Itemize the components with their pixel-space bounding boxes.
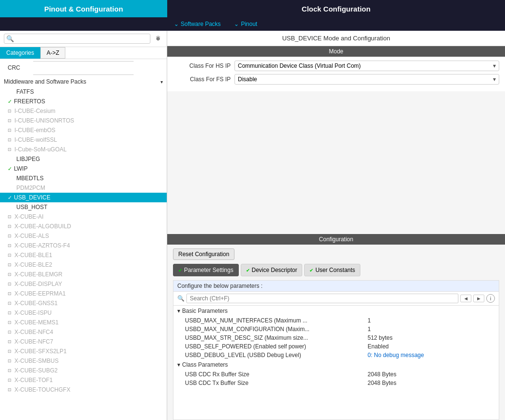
- ext-icon: ⊡: [8, 147, 12, 152]
- item-label: I-CUBE-Cesium: [14, 108, 55, 114]
- sidebar-item-usb-host[interactable]: USB_HOST: [0, 202, 167, 212]
- ext-icon: ⊡: [8, 291, 12, 296]
- sidebar: 🔍 Categories A->Z CRC Middlewar: [0, 31, 167, 420]
- ext-icon: ⊡: [8, 272, 12, 277]
- sidebar-item-usb-device[interactable]: ✓ USB_DEVICE: [0, 193, 167, 202]
- class-fs-ip-select[interactable]: Disable ▾: [234, 74, 499, 85]
- user-constants-label: User Constants: [315, 267, 355, 273]
- ext-icon: ⊡: [8, 224, 12, 229]
- middleware-collapse-icon: ▾: [160, 79, 163, 85]
- sidebar-item-x-cube-ispu[interactable]: ⊡ X-CUBE-ISPU: [0, 308, 167, 318]
- sidebar-item-i-cube-wolfssl[interactable]: ⊡ I-CUBE-wolfSSL: [0, 135, 167, 145]
- config-actions: Reset Configuration: [167, 245, 505, 264]
- sidebar-item-x-cube-ai[interactable]: ⊡ X-CUBE-AI: [0, 212, 167, 222]
- item-label: X-CUBE-BLEMGR: [14, 271, 62, 278]
- content-title: USB_DEVICE Mode and Configuration: [167, 31, 505, 46]
- tab-az[interactable]: A->Z: [40, 47, 65, 59]
- search-input[interactable]: [16, 36, 148, 42]
- reset-config-button[interactable]: Reset Configuration: [173, 248, 234, 260]
- ext-icon: ⊡: [8, 118, 12, 123]
- sidebar-item-i-cube-unisonrtos[interactable]: ⊡ I-CUBE-UNISONRTOS: [0, 116, 167, 125]
- class-params-arrow: ▾: [177, 361, 180, 368]
- sidebar-item-x-cube-azrtos-f4[interactable]: ⊡ X-CUBE-AZRTOS-F4: [0, 241, 167, 250]
- next-param-btn[interactable]: ►: [473, 295, 484, 302]
- mode-section-header: Mode: [167, 46, 505, 57]
- item-label: X-CUBE-NFC4: [14, 329, 53, 335]
- sidebar-item-i-cube-cesium[interactable]: ⊡ I-CUBE-Cesium: [0, 106, 167, 116]
- param-value: 1: [368, 317, 371, 324]
- ext-icon: ⊡: [8, 282, 12, 286]
- sidebar-item-i-cube-embos[interactable]: ⊡ I-CUBE-embOS: [0, 125, 167, 135]
- gear-button[interactable]: [153, 34, 163, 44]
- sidebar-item-x-cube-als[interactable]: ⊡ X-CUBE-ALS: [0, 231, 167, 241]
- param-settings-label: Parameter Settings: [184, 267, 234, 273]
- class-hs-ip-select[interactable]: Communication Device Class (Virtual Port…: [234, 61, 499, 71]
- config-section-header: Configuration: [167, 234, 505, 245]
- ext-icon: ⊡: [8, 214, 12, 219]
- class-params-group[interactable]: ▾ Class Parameters: [173, 359, 499, 370]
- item-label: I-CUBE-UNISONRTOS: [14, 117, 74, 124]
- sidebar-item-libjpeg[interactable]: LIBJPEG: [0, 154, 167, 164]
- sidebar-item-freertos[interactable]: ✓ FREERTOS: [0, 97, 167, 106]
- sub-header-right: ⌄ Software Packs ⌄ Pinout: [167, 17, 505, 31]
- item-label: X-CUBE-EEPRMA1: [14, 290, 66, 297]
- middleware-group-header[interactable]: Middleware and Software Packs ▾: [0, 76, 167, 87]
- ext-icon: ⊡: [8, 358, 12, 363]
- item-label: X-CUBE-SUBG2: [14, 367, 58, 374]
- sidebar-item-mbedtls[interactable]: MBEDTLS: [0, 173, 167, 183]
- crc-label: CRC: [8, 64, 20, 71]
- sidebar-item-i-cube-som-ugoal[interactable]: ⊡ I-Cube-SoM-uGOAL: [0, 145, 167, 154]
- sub-header: ⌄ Software Packs ⌄ Pinout: [0, 17, 505, 31]
- info-btn[interactable]: i: [486, 294, 495, 303]
- search-box: 🔍: [4, 34, 150, 44]
- ext-icon: ⊡: [8, 109, 12, 113]
- sidebar-item-lwip[interactable]: ✓ LWIP: [0, 164, 167, 173]
- basic-params-group[interactable]: ▾ Basic Parameters: [173, 306, 499, 316]
- sidebar-item-crc[interactable]: CRC: [0, 63, 167, 73]
- software-packs-btn[interactable]: ⌄ Software Packs: [167, 17, 227, 31]
- class-param-row-0: USB CDC Rx Buffer Size2048 Bytes: [173, 370, 499, 379]
- ext-icon: ⊡: [8, 378, 12, 383]
- ext-icon: ⊡: [8, 387, 12, 392]
- sidebar-item-x-cube-display[interactable]: ⊡ X-CUBE-DISPLAY: [0, 279, 167, 289]
- tab-device-descriptor[interactable]: ✔ Device Descriptor: [241, 264, 303, 276]
- sidebar-scroll[interactable]: CRC Middleware and Software Packs ▾ FATF…: [0, 59, 167, 420]
- tab-categories[interactable]: Categories: [0, 47, 40, 59]
- sidebar-item-x-cube-subg2[interactable]: ⊡ X-CUBE-SUBG2: [0, 366, 167, 375]
- sidebar-item-fatfs[interactable]: FATFS: [0, 87, 167, 97]
- sidebar-item-x-cube-ble2[interactable]: ⊡ X-CUBE-BLE2: [0, 260, 167, 270]
- sidebar-item-x-cube-tof1[interactable]: ⊡ X-CUBE-TOF1: [0, 375, 167, 385]
- sidebar-item-x-cube-smbus[interactable]: ⊡ X-CUBE-SMBUS: [0, 356, 167, 366]
- prev-param-btn[interactable]: ◄: [460, 295, 471, 302]
- sidebar-item-pdm2pcm[interactable]: PDM2PCM: [0, 183, 167, 193]
- sidebar-item-x-cube-nfc7[interactable]: ⊡ X-CUBE-NFC7: [0, 337, 167, 346]
- item-label: X-CUBE-GNSS1: [14, 300, 58, 307]
- clock-header: Clock Configuration: [167, 0, 505, 17]
- item-label: X-CUBE-ALGOBUILD: [14, 223, 71, 230]
- sidebar-item-x-cube-algobuild[interactable]: ⊡ X-CUBE-ALGOBUILD: [0, 222, 167, 231]
- item-label: X-CUBE-DISPLAY: [14, 281, 62, 287]
- config-tab-bar: ✔ Parameter Settings ✔ Device Descriptor…: [167, 264, 505, 280]
- params-search-input[interactable]: [186, 294, 458, 303]
- sidebar-item-x-cube-gnss1[interactable]: ⊡ X-CUBE-GNSS1: [0, 298, 167, 308]
- clock-header-label: Clock Configuration: [302, 5, 370, 13]
- param-settings-check-icon: ✔: [178, 268, 182, 273]
- ext-icon: ⊡: [8, 301, 12, 306]
- sidebar-item-x-cube-ble1[interactable]: ⊡ X-CUBE-BLE1: [0, 250, 167, 260]
- item-label: MBEDTLS: [16, 175, 44, 182]
- sidebar-item-x-cube-mems1[interactable]: ⊡ X-CUBE-MEMS1: [0, 318, 167, 327]
- sidebar-item-x-cube-nfc4[interactable]: ⊡ X-CUBE-NFC4: [0, 327, 167, 337]
- basic-params-label: Basic Parameters: [182, 308, 228, 314]
- sidebar-item-x-cube-sfxs2lp1[interactable]: ⊡ X-CUBE-SFXS2LP1: [0, 346, 167, 356]
- tab-parameter-settings[interactable]: ✔ Parameter Settings: [173, 264, 239, 276]
- sidebar-item-x-cube-blemgr[interactable]: ⊡ X-CUBE-BLEMGR: [0, 270, 167, 279]
- sidebar-item-x-cube-eeprma1[interactable]: ⊡ X-CUBE-EEPRMA1: [0, 289, 167, 298]
- params-content: ▾ Basic Parameters USBD_MAX_NUM_INTERFAC…: [173, 306, 499, 420]
- pinout-btn[interactable]: ⌄ Pinout: [227, 17, 264, 31]
- mode-fields: Class For HS IP Communication Device Cla…: [167, 57, 505, 91]
- sidebar-item-x-cube-touchgfx[interactable]: ⊡ X-CUBE-TOUCHGFX: [0, 385, 167, 395]
- class-hs-ip-label: Class For HS IP: [173, 62, 231, 69]
- param-name: USBD_DEBUG_LEVEL (USBD Debug Level): [185, 352, 368, 358]
- tab-user-constants[interactable]: ✔ User Constants: [304, 264, 360, 276]
- class-param-name: USB CDC Rx Buffer Size: [185, 371, 368, 378]
